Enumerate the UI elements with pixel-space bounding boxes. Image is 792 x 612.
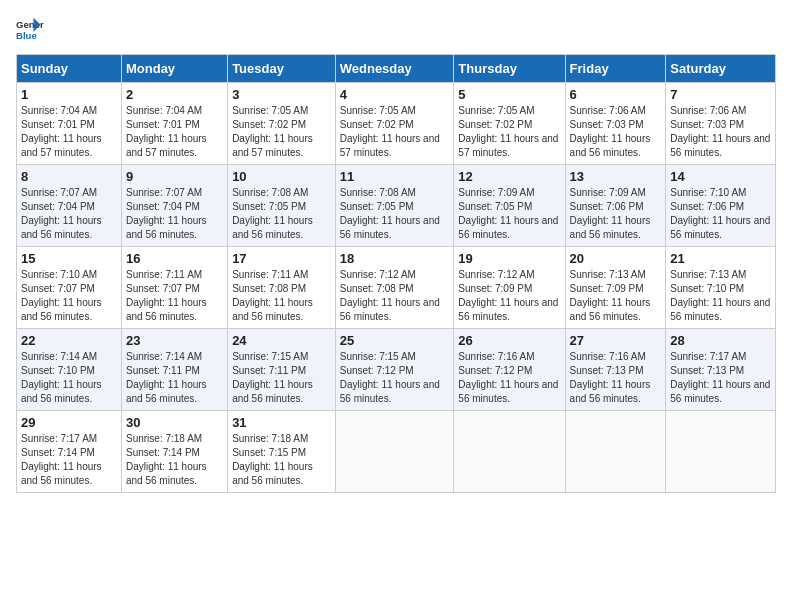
day-detail: Sunrise: 7:04 AMSunset: 7:01 PMDaylight:… [21, 104, 117, 160]
column-header-saturday: Saturday [666, 55, 776, 83]
column-header-sunday: Sunday [17, 55, 122, 83]
calendar-cell: 28 Sunrise: 7:17 AMSunset: 7:13 PMDaylig… [666, 329, 776, 411]
day-number: 27 [570, 333, 662, 348]
day-number: 13 [570, 169, 662, 184]
calendar-cell: 11 Sunrise: 7:08 AMSunset: 7:05 PMDaylig… [335, 165, 454, 247]
day-detail: Sunrise: 7:18 AMSunset: 7:14 PMDaylight:… [126, 432, 223, 488]
day-number: 7 [670, 87, 771, 102]
calendar-cell: 27 Sunrise: 7:16 AMSunset: 7:13 PMDaylig… [565, 329, 666, 411]
day-detail: Sunrise: 7:07 AMSunset: 7:04 PMDaylight:… [126, 186, 223, 242]
day-detail: Sunrise: 7:11 AMSunset: 7:08 PMDaylight:… [232, 268, 331, 324]
calendar-cell: 22 Sunrise: 7:14 AMSunset: 7:10 PMDaylig… [17, 329, 122, 411]
column-header-wednesday: Wednesday [335, 55, 454, 83]
day-number: 6 [570, 87, 662, 102]
day-number: 25 [340, 333, 450, 348]
day-detail: Sunrise: 7:08 AMSunset: 7:05 PMDaylight:… [340, 186, 450, 242]
day-number: 10 [232, 169, 331, 184]
calendar-cell: 23 Sunrise: 7:14 AMSunset: 7:11 PMDaylig… [121, 329, 227, 411]
day-number: 2 [126, 87, 223, 102]
calendar-cell: 10 Sunrise: 7:08 AMSunset: 7:05 PMDaylig… [228, 165, 336, 247]
day-detail: Sunrise: 7:08 AMSunset: 7:05 PMDaylight:… [232, 186, 331, 242]
calendar-cell: 8 Sunrise: 7:07 AMSunset: 7:04 PMDayligh… [17, 165, 122, 247]
calendar-cell: 21 Sunrise: 7:13 AMSunset: 7:10 PMDaylig… [666, 247, 776, 329]
calendar-cell: 5 Sunrise: 7:05 AMSunset: 7:02 PMDayligh… [454, 83, 565, 165]
day-detail: Sunrise: 7:12 AMSunset: 7:09 PMDaylight:… [458, 268, 560, 324]
column-header-monday: Monday [121, 55, 227, 83]
day-number: 20 [570, 251, 662, 266]
day-detail: Sunrise: 7:10 AMSunset: 7:06 PMDaylight:… [670, 186, 771, 242]
day-detail: Sunrise: 7:17 AMSunset: 7:13 PMDaylight:… [670, 350, 771, 406]
day-number: 19 [458, 251, 560, 266]
day-number: 4 [340, 87, 450, 102]
day-detail: Sunrise: 7:12 AMSunset: 7:08 PMDaylight:… [340, 268, 450, 324]
day-detail: Sunrise: 7:17 AMSunset: 7:14 PMDaylight:… [21, 432, 117, 488]
day-detail: Sunrise: 7:04 AMSunset: 7:01 PMDaylight:… [126, 104, 223, 160]
day-number: 23 [126, 333, 223, 348]
day-detail: Sunrise: 7:15 AMSunset: 7:11 PMDaylight:… [232, 350, 331, 406]
calendar-cell: 3 Sunrise: 7:05 AMSunset: 7:02 PMDayligh… [228, 83, 336, 165]
calendar-cell: 9 Sunrise: 7:07 AMSunset: 7:04 PMDayligh… [121, 165, 227, 247]
day-number: 15 [21, 251, 117, 266]
day-number: 28 [670, 333, 771, 348]
day-number: 1 [21, 87, 117, 102]
day-detail: Sunrise: 7:05 AMSunset: 7:02 PMDaylight:… [340, 104, 450, 160]
page-header: General Blue [16, 16, 776, 44]
day-detail: Sunrise: 7:07 AMSunset: 7:04 PMDaylight:… [21, 186, 117, 242]
day-number: 14 [670, 169, 771, 184]
calendar-cell: 6 Sunrise: 7:06 AMSunset: 7:03 PMDayligh… [565, 83, 666, 165]
day-detail: Sunrise: 7:16 AMSunset: 7:12 PMDaylight:… [458, 350, 560, 406]
calendar-cell: 7 Sunrise: 7:06 AMSunset: 7:03 PMDayligh… [666, 83, 776, 165]
calendar-cell: 25 Sunrise: 7:15 AMSunset: 7:12 PMDaylig… [335, 329, 454, 411]
day-number: 29 [21, 415, 117, 430]
day-detail: Sunrise: 7:13 AMSunset: 7:09 PMDaylight:… [570, 268, 662, 324]
day-detail: Sunrise: 7:06 AMSunset: 7:03 PMDaylight:… [570, 104, 662, 160]
day-detail: Sunrise: 7:14 AMSunset: 7:11 PMDaylight:… [126, 350, 223, 406]
day-number: 16 [126, 251, 223, 266]
day-number: 5 [458, 87, 560, 102]
day-number: 11 [340, 169, 450, 184]
calendar-cell: 4 Sunrise: 7:05 AMSunset: 7:02 PMDayligh… [335, 83, 454, 165]
calendar-cell: 31 Sunrise: 7:18 AMSunset: 7:15 PMDaylig… [228, 411, 336, 493]
calendar-cell: 30 Sunrise: 7:18 AMSunset: 7:14 PMDaylig… [121, 411, 227, 493]
day-number: 9 [126, 169, 223, 184]
svg-text:Blue: Blue [16, 30, 37, 41]
day-detail: Sunrise: 7:15 AMSunset: 7:12 PMDaylight:… [340, 350, 450, 406]
calendar-table: SundayMondayTuesdayWednesdayThursdayFrid… [16, 54, 776, 493]
day-detail: Sunrise: 7:13 AMSunset: 7:10 PMDaylight:… [670, 268, 771, 324]
calendar-cell: 24 Sunrise: 7:15 AMSunset: 7:11 PMDaylig… [228, 329, 336, 411]
day-number: 3 [232, 87, 331, 102]
day-detail: Sunrise: 7:06 AMSunset: 7:03 PMDaylight:… [670, 104, 771, 160]
day-detail: Sunrise: 7:14 AMSunset: 7:10 PMDaylight:… [21, 350, 117, 406]
day-number: 26 [458, 333, 560, 348]
calendar-cell: 1 Sunrise: 7:04 AMSunset: 7:01 PMDayligh… [17, 83, 122, 165]
day-number: 24 [232, 333, 331, 348]
day-detail: Sunrise: 7:05 AMSunset: 7:02 PMDaylight:… [232, 104, 331, 160]
calendar-week-3: 15 Sunrise: 7:10 AMSunset: 7:07 PMDaylig… [17, 247, 776, 329]
calendar-cell: 16 Sunrise: 7:11 AMSunset: 7:07 PMDaylig… [121, 247, 227, 329]
day-number: 8 [21, 169, 117, 184]
calendar-cell: 29 Sunrise: 7:17 AMSunset: 7:14 PMDaylig… [17, 411, 122, 493]
column-header-thursday: Thursday [454, 55, 565, 83]
day-detail: Sunrise: 7:05 AMSunset: 7:02 PMDaylight:… [458, 104, 560, 160]
day-number: 12 [458, 169, 560, 184]
calendar-week-4: 22 Sunrise: 7:14 AMSunset: 7:10 PMDaylig… [17, 329, 776, 411]
calendar-cell: 19 Sunrise: 7:12 AMSunset: 7:09 PMDaylig… [454, 247, 565, 329]
day-number: 22 [21, 333, 117, 348]
day-number: 21 [670, 251, 771, 266]
calendar-cell: 14 Sunrise: 7:10 AMSunset: 7:06 PMDaylig… [666, 165, 776, 247]
logo: General Blue [16, 16, 48, 44]
calendar-cell: 17 Sunrise: 7:11 AMSunset: 7:08 PMDaylig… [228, 247, 336, 329]
calendar-week-5: 29 Sunrise: 7:17 AMSunset: 7:14 PMDaylig… [17, 411, 776, 493]
day-detail: Sunrise: 7:16 AMSunset: 7:13 PMDaylight:… [570, 350, 662, 406]
calendar-cell: 2 Sunrise: 7:04 AMSunset: 7:01 PMDayligh… [121, 83, 227, 165]
day-number: 31 [232, 415, 331, 430]
day-detail: Sunrise: 7:09 AMSunset: 7:05 PMDaylight:… [458, 186, 560, 242]
calendar-cell [666, 411, 776, 493]
calendar-cell: 26 Sunrise: 7:16 AMSunset: 7:12 PMDaylig… [454, 329, 565, 411]
day-number: 18 [340, 251, 450, 266]
calendar-cell: 18 Sunrise: 7:12 AMSunset: 7:08 PMDaylig… [335, 247, 454, 329]
calendar-cell [454, 411, 565, 493]
day-detail: Sunrise: 7:18 AMSunset: 7:15 PMDaylight:… [232, 432, 331, 488]
calendar-cell: 15 Sunrise: 7:10 AMSunset: 7:07 PMDaylig… [17, 247, 122, 329]
day-number: 30 [126, 415, 223, 430]
